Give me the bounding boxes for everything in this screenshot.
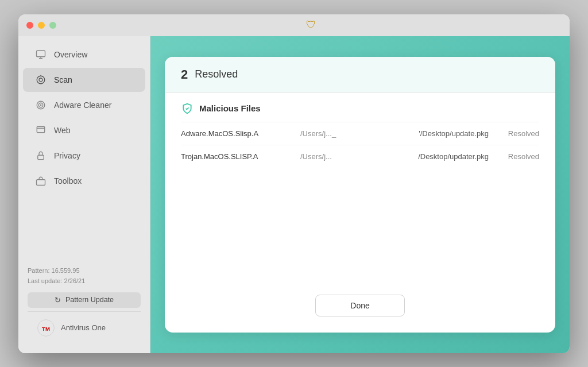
svg-point-3 xyxy=(37,76,45,84)
section-header: Malicious Files xyxy=(181,93,539,122)
sidebar-item-scan[interactable]: Scan xyxy=(23,68,145,92)
section-title: Malicious Files xyxy=(199,103,261,113)
results-header: 2 Resolved xyxy=(165,57,555,93)
svg-rect-11 xyxy=(38,155,44,160)
threat-file-1: '/Desktop/update.pkg xyxy=(374,129,489,138)
threat-name-1: Adware.MacOS.Slisp.A xyxy=(181,129,296,138)
sidebar-item-privacy-label: Privacy xyxy=(54,151,80,160)
svg-rect-12 xyxy=(37,179,45,185)
trend-micro-logo: TM xyxy=(37,319,55,337)
target-icon xyxy=(34,99,47,111)
title-bar-spacer: 🛡 xyxy=(61,19,562,31)
threat-file-2: /Desktop/updater.pkg xyxy=(374,152,489,161)
threat-path-2: /Users/j... xyxy=(300,152,369,161)
sidebar-item-overview[interactable]: Overview xyxy=(23,43,145,67)
done-button[interactable]: Done xyxy=(315,295,404,316)
minimize-button[interactable] xyxy=(38,22,45,29)
app-window: 🛡 Overview Scan xyxy=(18,14,570,353)
toolbox-icon xyxy=(34,175,47,187)
results-body: Malicious Files Adware.MacOS.Slisp.A /Us… xyxy=(165,93,555,283)
app-shield-icon: 🛡 xyxy=(306,19,316,31)
brand-name-label: Antivirus One xyxy=(61,323,106,332)
sidebar-item-toolbox[interactable]: Toolbox xyxy=(23,169,145,193)
results-card: 2 Resolved Malicious Files xyxy=(165,57,555,333)
threat-status-1: Resolved xyxy=(493,129,539,138)
svg-rect-0 xyxy=(37,51,45,57)
table-row: Adware.MacOS.Slisp.A /Users/j..._ '/Desk… xyxy=(181,122,539,145)
sidebar-bottom: Pattern: 16.559.95 Last update: 2/26/21 … xyxy=(18,260,150,347)
sidebar-item-toolbox-label: Toolbox xyxy=(54,176,82,186)
svg-point-8 xyxy=(40,105,41,106)
threat-status-2: Resolved xyxy=(493,152,539,161)
svg-text:TM: TM xyxy=(42,325,50,331)
sidebar-item-scan-label: Scan xyxy=(54,75,72,84)
brand-area: TM Antivirus One xyxy=(28,311,141,342)
table-row: Trojan.MacOS.SLISP.A /Users/j... /Deskto… xyxy=(181,145,539,168)
svg-rect-9 xyxy=(37,126,45,133)
results-footer: Done xyxy=(165,283,555,333)
refresh-icon: ↻ xyxy=(55,296,61,304)
threat-path-1: /Users/j..._ xyxy=(300,129,369,138)
maximize-button[interactable] xyxy=(49,22,56,29)
shield-check-icon xyxy=(181,102,194,115)
app-body: Overview Scan Adware Cleaner xyxy=(18,36,570,353)
sidebar-item-privacy[interactable]: Privacy xyxy=(23,144,145,168)
results-count: 2 xyxy=(181,67,188,82)
svg-point-4 xyxy=(39,78,42,82)
web-icon xyxy=(34,124,47,137)
sidebar: Overview Scan Adware Cleaner xyxy=(18,36,150,353)
update-btn-label: Pattern Update xyxy=(65,296,114,304)
title-bar: 🛡 xyxy=(18,14,570,36)
monitor-icon xyxy=(34,48,47,61)
threat-name-2: Trojan.MacOS.SLISP.A xyxy=(181,152,296,161)
lock-icon xyxy=(34,149,47,162)
pattern-update-button[interactable]: ↻ Pattern Update xyxy=(28,292,141,308)
scan-icon xyxy=(34,74,47,86)
pattern-info: Pattern: 16.559.95 Last update: 2/26/21 xyxy=(28,266,141,286)
main-content: 2 Resolved Malicious Files xyxy=(150,36,570,353)
sidebar-item-web[interactable]: Web xyxy=(23,118,145,142)
sidebar-item-overview-label: Overview xyxy=(54,50,87,59)
sidebar-item-adware-label: Adware Cleaner xyxy=(54,101,111,110)
last-update: Last update: 2/26/21 xyxy=(28,276,141,287)
results-title: Resolved xyxy=(195,68,238,80)
pattern-version: Pattern: 16.559.95 xyxy=(28,266,141,276)
close-button[interactable] xyxy=(26,22,33,29)
sidebar-item-adware[interactable]: Adware Cleaner xyxy=(23,93,145,117)
sidebar-item-web-label: Web xyxy=(54,126,71,135)
